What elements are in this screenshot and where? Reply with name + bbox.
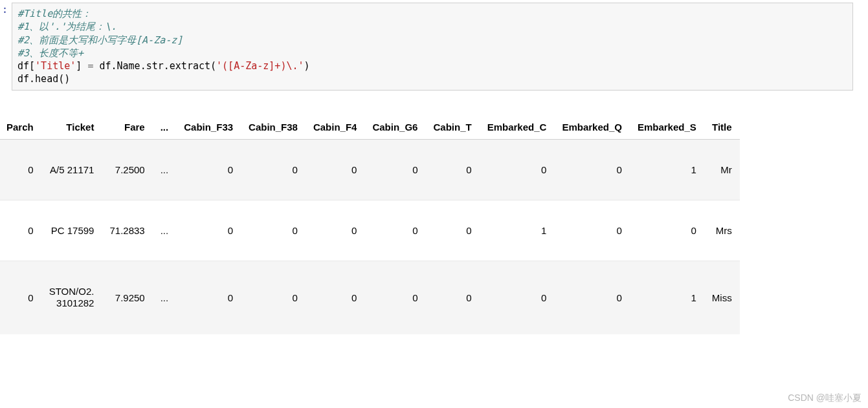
cell-ellipsis: ... [153, 261, 177, 334]
cell-ellipsis: ... [153, 139, 177, 200]
cell-fare: 7.9250 [102, 261, 152, 334]
cell-cabin-g6: 0 [364, 139, 425, 200]
code-comment-2: #1、以'.'为结尾：\. [17, 21, 117, 32]
cell-embarked-c: 0 [480, 261, 555, 334]
cell-cabin-f33: 0 [176, 261, 241, 334]
cell-cabin-f33: 0 [176, 139, 241, 200]
col-title: Title [704, 116, 740, 140]
code-line-5a: df[ [17, 60, 35, 72]
cell-fare: 7.2500 [102, 139, 152, 200]
code-cell[interactable]: #Title的共性： #1、以'.'为结尾：\. #2、前面是大写和小写字母[A… [12, 3, 853, 91]
cell-cabin-t: 0 [425, 139, 479, 200]
table-row: 0 STON/O2.3101282 7.9250 ... 0 0 0 0 0 0… [0, 261, 740, 334]
cell-cabin-g6: 0 [364, 200, 425, 261]
cell-cabin-f4: 0 [306, 139, 365, 200]
cell-cabin-f38: 0 [241, 139, 306, 200]
watermark: CSDN @哇塞小夏 [788, 392, 862, 404]
col-cabin-f4: Cabin_F4 [306, 116, 365, 140]
cell-cabin-f4: 0 [306, 200, 365, 261]
code-line-5c: df.Name.str.extract( [93, 60, 216, 72]
cell-ellipsis: ... [153, 200, 177, 261]
cell-embarked-c: 1 [480, 200, 555, 261]
col-cabin-g6: Cabin_G6 [364, 116, 425, 140]
input-prompt: : [0, 4, 8, 16]
col-embarked-s: Embarked_S [630, 116, 704, 140]
code-line-5b: ] [76, 60, 87, 72]
cell-parch: 0 [0, 261, 41, 334]
code-comment-4: #3、长度不等+ [17, 47, 83, 59]
cell-parch: 0 [0, 200, 41, 261]
cell-ticket: STON/O2.3101282 [41, 261, 102, 334]
col-cabin-f38: Cabin_F38 [241, 116, 306, 140]
cell-embarked-q: 0 [554, 261, 630, 334]
cell-cabin-f33: 0 [176, 200, 241, 261]
cell-title: Mrs [704, 200, 740, 261]
table-header-row: Parch Ticket Fare ... Cabin_F33 Cabin_F3… [0, 116, 740, 140]
dataframe-table: Parch Ticket Fare ... Cabin_F33 Cabin_F3… [0, 116, 740, 335]
cell-cabin-t: 0 [425, 200, 479, 261]
cell-cabin-g6: 0 [364, 261, 425, 334]
cell-fare: 71.2833 [102, 200, 152, 261]
cell-embarked-q: 0 [554, 139, 630, 200]
cell-title: Mr [704, 139, 740, 200]
cell-embarked-q: 0 [554, 200, 630, 261]
code-line-6: df.head() [17, 73, 70, 85]
cell-embarked-s: 0 [630, 200, 704, 261]
cell-title: Miss [704, 261, 740, 334]
col-ticket: Ticket [41, 116, 102, 140]
code-comment-1: #Title的共性： [17, 8, 91, 19]
cell-embarked-s: 1 [630, 261, 704, 334]
cell-cabin-f38: 0 [241, 200, 306, 261]
table-row: 0 PC 17599 71.2833 ... 0 0 0 0 0 1 0 0 M… [0, 200, 740, 261]
output-area: Parch Ticket Fare ... Cabin_F33 Cabin_F3… [0, 116, 868, 335]
col-embarked-c: Embarked_C [480, 116, 555, 140]
col-cabin-f33: Cabin_F33 [176, 116, 241, 140]
cell-ticket: PC 17599 [41, 200, 102, 261]
table-row: 0 A/5 21171 7.2500 ... 0 0 0 0 0 0 0 1 M… [0, 139, 740, 200]
col-embarked-q: Embarked_Q [554, 116, 630, 140]
col-parch: Parch [0, 116, 41, 140]
code-string-regex: '([A-Za-z]+)\.' [216, 60, 304, 72]
cell-cabin-f38: 0 [241, 261, 306, 334]
cell-embarked-s: 1 [630, 139, 704, 200]
cell-parch: 0 [0, 139, 41, 200]
cell-ticket: A/5 21171 [41, 139, 102, 200]
cell-cabin-f4: 0 [306, 261, 365, 334]
col-ellipsis: ... [153, 116, 177, 140]
cell-embarked-c: 0 [480, 139, 555, 200]
cell-cabin-t: 0 [425, 261, 479, 334]
code-line-5d: ) [304, 60, 310, 72]
col-fare: Fare [102, 116, 152, 140]
col-cabin-t: Cabin_T [425, 116, 479, 140]
code-string-title: 'Title' [35, 60, 76, 72]
code-comment-3: #2、前面是大写和小写字母[A-Za-z] [17, 34, 183, 46]
